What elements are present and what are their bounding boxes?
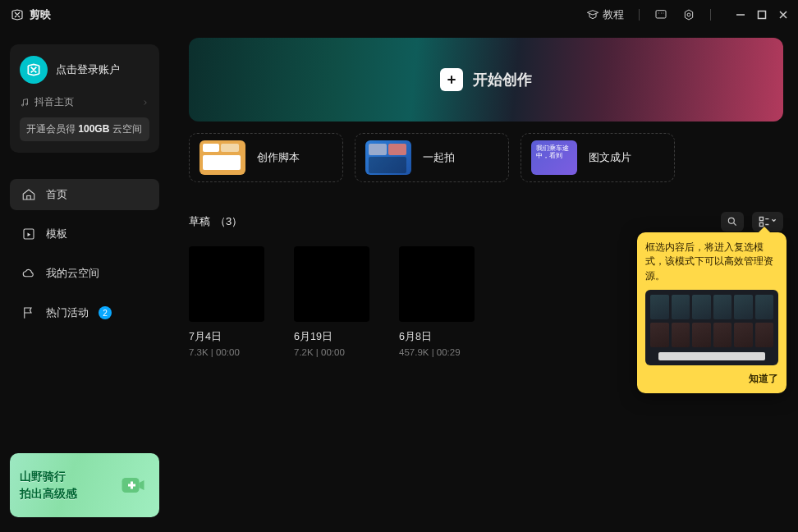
draft-meta: 7.2K | 00:00 [294, 347, 369, 357]
drafts-header: 草稿 （3） [189, 212, 783, 232]
popover-illustration [645, 290, 778, 365]
feature-thumb [200, 140, 245, 175]
sidebar: 点击登录账户 抖音主页 开通会员得 100GB 云空间 首页 模板 [0, 30, 169, 532]
nav-home[interactable]: 首页 [10, 179, 159, 210]
hero-title: 开始创作 [473, 70, 532, 89]
nav-template[interactable]: 模板 [10, 218, 159, 250]
feature-label: 创作脚本 [257, 150, 300, 165]
feature-together[interactable]: 一起拍 [355, 133, 509, 182]
create-hero-button[interactable]: 开始创作 [189, 38, 783, 122]
feature-label: 图文成片 [589, 150, 631, 165]
svg-marker-1 [685, 10, 692, 20]
svg-point-5 [26, 103, 28, 105]
tutorial-label: 教程 [603, 7, 624, 22]
svg-point-4 [22, 104, 24, 106]
svg-rect-0 [656, 11, 666, 18]
login-label: 点击登录账户 [56, 62, 120, 77]
draft-title: 6月19日 [294, 330, 369, 344]
draft-meta: 7.3K | 00:00 [189, 347, 264, 357]
nav-home-label: 首页 [46, 187, 67, 202]
avatar [20, 56, 48, 84]
app-name: 剪映 [30, 7, 51, 22]
main-content: 开始创作 创作脚本 一起拍 我们乘车途中，看到 图文成片 草稿 [169, 30, 798, 532]
logo-icon [10, 7, 25, 22]
draft-card[interactable]: 6月19日 7.2K | 00:00 [294, 246, 369, 357]
svg-rect-9 [759, 218, 763, 221]
vip-promo-text: 开通会员得 [26, 123, 78, 135]
douyin-home-link[interactable]: 抖音主页 [20, 95, 149, 109]
draft-thumb [189, 246, 264, 322]
nav-cloud[interactable]: 我的云空间 [10, 258, 159, 289]
video-plus-icon [118, 470, 148, 500]
feature-text-to-video[interactable]: 我们乘车途中，看到 图文成片 [521, 133, 675, 182]
draft-card[interactable]: 7月4日 7.3K | 00:00 [189, 246, 264, 357]
draft-meta: 457.9K | 00:29 [399, 347, 475, 357]
minimize-button[interactable] [736, 10, 745, 20]
feature-thumb: 我们乘车途中，看到 [531, 140, 577, 175]
draft-card[interactable]: 6月8日 457.9K | 00:29 [399, 246, 475, 357]
svg-rect-10 [759, 222, 763, 226]
feature-row: 创作脚本 一起拍 我们乘车途中，看到 图文成片 [189, 133, 783, 182]
close-button[interactable] [778, 10, 788, 20]
search-button[interactable] [721, 212, 744, 232]
popover-confirm-button[interactable]: 知道了 [645, 372, 778, 386]
divider [639, 9, 640, 21]
nav-activity[interactable]: 热门活动 2 [10, 297, 159, 328]
draft-title: 7月4日 [189, 330, 264, 344]
promo-bottom[interactable]: 山野骑行 拍出高级感 [10, 453, 159, 517]
plus-icon [440, 68, 463, 91]
flag-icon [21, 305, 36, 320]
svg-point-8 [728, 218, 734, 223]
promo-line-2: 拍出高级感 [20, 485, 77, 502]
tutorial-link[interactable]: 教程 [586, 7, 624, 22]
feedback-icon[interactable] [654, 8, 667, 21]
chevron-right-icon [141, 99, 149, 107]
login-button[interactable]: 点击登录账户 [20, 56, 149, 84]
vip-promo-highlight: 100GB [78, 123, 112, 135]
selection-tip-popover: 框选内容后，将进入复选模式，该模式下可以高效管理资源。 知道了 [637, 232, 787, 393]
feature-script[interactable]: 创作脚本 [189, 133, 343, 182]
title-bar: 剪映 教程 [0, 0, 798, 30]
vip-promo-suffix: 云空间 [112, 123, 142, 135]
nav-template-label: 模板 [46, 227, 67, 241]
draft-thumb [399, 246, 475, 322]
music-note-icon [20, 98, 30, 108]
home-icon [21, 187, 36, 202]
popover-text: 框选内容后，将进入复选模式，该模式下可以高效管理资源。 [645, 241, 778, 283]
vip-promo[interactable]: 开通会员得 100GB 云空间 [20, 117, 149, 141]
draft-thumb [294, 246, 369, 322]
divider [710, 9, 711, 21]
maximize-button[interactable] [757, 10, 767, 20]
tutorial-icon [586, 8, 599, 21]
feature-thumb [365, 140, 411, 175]
nav-cloud-label: 我的云空间 [46, 266, 99, 281]
svg-rect-3 [759, 11, 766, 19]
nav-activity-label: 热门活动 [46, 305, 89, 320]
template-icon [21, 227, 36, 241]
draft-title: 6月8日 [399, 330, 475, 344]
drafts-count: （3） [215, 214, 242, 229]
promo-line-1: 山野骑行 [20, 468, 77, 485]
feature-label: 一起拍 [423, 150, 455, 165]
cloud-icon [21, 266, 36, 281]
douyin-home-label: 抖音主页 [34, 95, 74, 109]
settings-icon[interactable] [682, 8, 695, 21]
activity-badge: 2 [99, 306, 112, 319]
drafts-label: 草稿 [189, 214, 210, 229]
user-card: 点击登录账户 抖音主页 开通会员得 100GB 云空间 [10, 44, 159, 153]
svg-point-2 [687, 13, 690, 16]
nav: 首页 模板 我的云空间 热门活动 2 [10, 179, 159, 328]
